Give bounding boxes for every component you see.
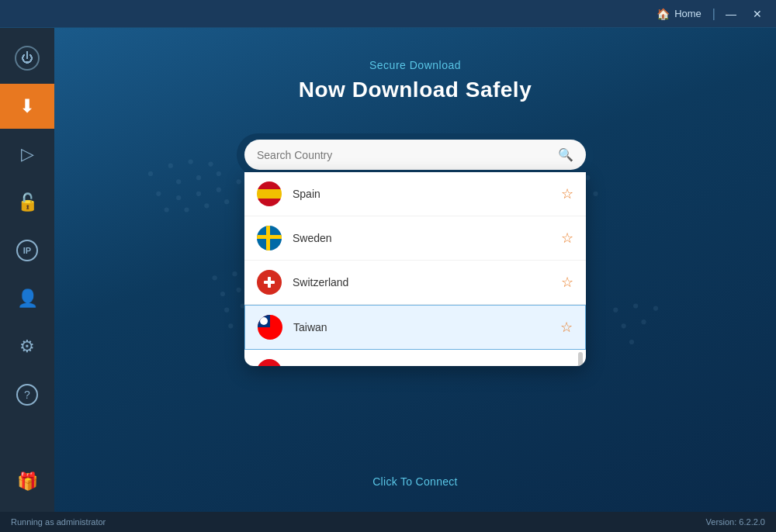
country-name-sweden: Sweden <box>293 232 561 244</box>
content-area: Secure Download Now Download Safely 🔍 <box>54 28 776 512</box>
lock-icon: 🔓 <box>17 192 38 212</box>
star-spain[interactable]: ☆ <box>561 185 573 202</box>
svg-point-57 <box>613 308 618 313</box>
search-container: 🔍 Spain ☆ <box>237 133 594 176</box>
home-icon: 🏠 <box>656 8 670 20</box>
connect-bar: Click To Connect <box>372 475 458 489</box>
country-name-switzerland: Switzerland <box>293 276 561 288</box>
title-bar: 🏠 Home | — ✕ <box>0 0 776 28</box>
connect-link[interactable]: Click To Connect <box>372 475 458 488</box>
svg-point-13 <box>184 207 189 212</box>
country-dropdown: Spain ☆ Sweden ☆ <box>244 172 586 366</box>
country-name-turkey: Turkey <box>293 365 552 366</box>
svg-point-61 <box>641 320 646 324</box>
svg-point-9 <box>196 192 201 196</box>
country-item-sweden[interactable]: Sweden ☆ <box>244 216 586 261</box>
svg-point-58 <box>633 303 638 308</box>
sidebar-item-play[interactable]: ▷ <box>0 132 54 177</box>
home-button[interactable]: 🏠 Home <box>650 5 708 23</box>
user-icon: 👤 <box>17 288 38 309</box>
status-bar: Running as administrator Version: 6.2.2.… <box>0 512 776 532</box>
content-header: Secure Download Now Download Safely <box>299 59 532 102</box>
country-item-taiwan[interactable]: Taiwan ☆ <box>244 305 586 350</box>
svg-point-60 <box>622 323 626 328</box>
svg-point-12 <box>165 207 169 212</box>
main-layout: ⏻ ⬇ ▷ 🔓 IP 👤 ⚙ ? 🎁 <box>0 28 776 512</box>
power-icon: ⏻ <box>15 46 40 71</box>
sidebar-item-user[interactable]: 👤 <box>0 276 54 321</box>
flag-turkey: ☽ ★ <box>257 359 282 366</box>
svg-point-53 <box>593 192 598 196</box>
svg-point-23 <box>228 323 233 328</box>
subtitle: Secure Download <box>299 59 532 71</box>
svg-point-6 <box>217 171 221 176</box>
version-label: Version: 6.2.2.0 <box>706 517 765 527</box>
svg-point-8 <box>176 195 181 200</box>
search-icon: 🔍 <box>558 147 573 162</box>
star-sweden[interactable]: ☆ <box>561 230 573 247</box>
svg-point-5 <box>196 175 201 180</box>
admin-status: Running as administrator <box>11 517 106 527</box>
title-sep: | <box>712 7 715 21</box>
help-icon: ? <box>16 384 38 406</box>
close-button[interactable]: ✕ <box>747 5 768 22</box>
svg-point-3 <box>208 162 213 167</box>
scrollbar <box>578 352 583 366</box>
gift-icon: 🎁 <box>17 472 38 492</box>
sidebar-item-power[interactable]: ⏻ <box>0 36 54 81</box>
svg-point-0 <box>148 171 153 176</box>
svg-point-59 <box>653 306 658 311</box>
svg-point-21 <box>224 308 229 313</box>
search-outer: 🔍 <box>237 133 594 176</box>
svg-point-11 <box>237 179 241 184</box>
svg-point-2 <box>189 159 193 164</box>
country-name-spain: Spain <box>293 188 561 200</box>
svg-point-18 <box>232 271 237 276</box>
flag-switzerland <box>257 270 282 295</box>
minimize-button[interactable]: — <box>720 5 742 22</box>
svg-point-7 <box>156 192 161 196</box>
country-item-turkey[interactable]: ☽ ★ Turkey ☆ <box>244 350 586 366</box>
country-list: Spain ☆ Sweden ☆ <box>244 172 586 366</box>
star-taiwan[interactable]: ☆ <box>560 319 573 336</box>
home-label: Home <box>674 8 702 19</box>
country-name-taiwan: Taiwan <box>293 321 560 333</box>
sidebar-item-settings[interactable]: ⚙ <box>0 324 54 369</box>
country-item-switzerland[interactable]: Switzerland ☆ <box>244 261 586 305</box>
star-switzerland[interactable]: ☆ <box>561 274 573 291</box>
app-window: 🏠 Home | — ✕ ⏻ ⬇ ▷ 🔓 IP <box>0 0 776 532</box>
flag-spain <box>257 181 282 206</box>
svg-point-10 <box>217 188 221 192</box>
svg-point-17 <box>213 275 217 280</box>
country-item-spain[interactable]: Spain ☆ <box>244 172 586 216</box>
sidebar-item-download[interactable]: ⬇ <box>0 84 54 129</box>
svg-point-62 <box>629 340 634 344</box>
settings-icon: ⚙ <box>19 337 35 357</box>
download-icon: ⬇ <box>19 95 35 117</box>
sidebar-item-lock[interactable]: 🔓 <box>0 180 54 225</box>
search-input-wrap: 🔍 <box>244 140 586 170</box>
sidebar-item-help[interactable]: ? <box>0 372 54 417</box>
main-title: Now Download Safely <box>299 78 532 102</box>
sidebar-item-gift[interactable]: 🎁 <box>0 459 54 504</box>
svg-point-1 <box>168 164 173 168</box>
svg-point-4 <box>176 179 181 184</box>
play-icon: ▷ <box>21 144 34 164</box>
svg-point-20 <box>237 288 241 292</box>
ip-icon: IP <box>16 240 38 261</box>
flag-sweden <box>257 226 282 250</box>
flag-taiwan <box>258 315 282 340</box>
svg-point-15 <box>224 199 229 204</box>
svg-point-14 <box>204 203 209 208</box>
svg-point-19 <box>220 292 225 296</box>
sidebar-item-ip[interactable]: IP <box>0 228 54 273</box>
search-input[interactable] <box>257 149 558 161</box>
sidebar: ⏻ ⬇ ▷ 🔓 IP 👤 ⚙ ? 🎁 <box>0 28 54 512</box>
star-turkey[interactable]: ☆ <box>552 363 564 366</box>
